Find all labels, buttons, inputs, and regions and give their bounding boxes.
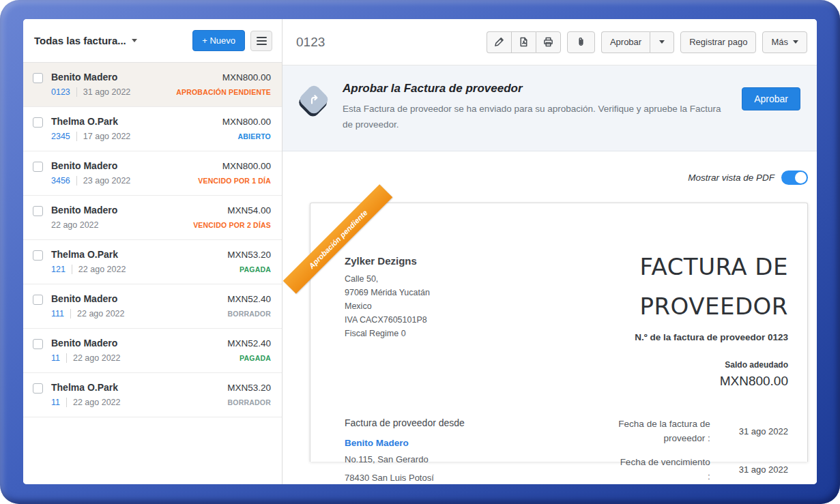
row-checkbox[interactable] bbox=[33, 206, 43, 216]
row-checkbox[interactable] bbox=[33, 117, 43, 128]
company-name: Zylker Dezigns bbox=[345, 255, 430, 267]
bill-amount: MXN53.20 bbox=[227, 383, 271, 393]
bill-date: 22 ago 2022 bbox=[73, 353, 121, 363]
bill-amount: MXN52.40 bbox=[227, 294, 271, 304]
status-badge: BORRADOR bbox=[228, 398, 271, 406]
status-badge: VENCIDO POR 2 DÍAS bbox=[193, 221, 271, 229]
paperclip-icon bbox=[576, 37, 586, 47]
new-bill-button[interactable]: + Nuevo bbox=[192, 30, 245, 51]
print-button[interactable] bbox=[536, 31, 561, 53]
bill-date: 31 ago 2022 bbox=[83, 87, 131, 97]
row-checkbox[interactable] bbox=[33, 383, 43, 394]
bill-number-link[interactable]: 0123 bbox=[51, 87, 77, 97]
bill-number-link[interactable]: 3456 bbox=[51, 176, 77, 186]
attachment-button[interactable] bbox=[567, 31, 595, 53]
balance-due-label: Saldo adeudado bbox=[635, 360, 788, 370]
bill-number-link[interactable]: 11 bbox=[51, 353, 67, 363]
bill-list: Benito MaderoMXN800.00 012331 ago 2022AP… bbox=[23, 63, 282, 484]
vendor-name: Thelma O.Park bbox=[51, 116, 118, 127]
chevron-down-icon bbox=[132, 39, 137, 42]
list-item[interactable]: Thelma O.ParkMXN800.00 234517 ago 2022AB… bbox=[23, 107, 282, 151]
status-badge: APROBACIÓN PENDIENTE bbox=[176, 88, 271, 96]
list-item[interactable]: Thelma O.ParkMXN53.20 12122 ago 2022PAGA… bbox=[23, 240, 282, 284]
row-checkbox[interactable] bbox=[33, 162, 43, 172]
document-title: FACTURA DE PROVEEDOR bbox=[635, 247, 788, 327]
vendor-name: Benito Madero bbox=[51, 338, 117, 349]
bill-date-value: 31 ago 2022 bbox=[739, 426, 788, 436]
bill-list-panel: Todas las factura... + Nuevo Benito Made… bbox=[23, 19, 283, 484]
pdf-view-toggle[interactable] bbox=[781, 171, 808, 185]
bill-number-link[interactable]: 2345 bbox=[51, 132, 77, 141]
banner-approve-button[interactable]: Aprobar bbox=[742, 87, 800, 110]
approve-split-button: Aprobar bbox=[601, 31, 674, 53]
due-date-value: 31 ago 2022 bbox=[739, 464, 788, 475]
bill-date: 22 ago 2022 bbox=[73, 398, 121, 407]
vendor-name-link[interactable]: Benito Madero bbox=[345, 438, 465, 448]
bill-title: 0123 bbox=[296, 35, 325, 50]
vendor-name: Benito Madero bbox=[51, 160, 117, 171]
list-item[interactable]: Benito MaderoMXN52.40 11122 ago 2022BORR… bbox=[23, 284, 282, 329]
bill-amount: MXN800.00 bbox=[222, 117, 271, 127]
approve-button[interactable]: Aprobar bbox=[601, 31, 650, 53]
list-header: Todas las factura... + Nuevo bbox=[23, 19, 282, 63]
bill-number-link[interactable]: 111 bbox=[51, 309, 71, 318]
edit-button[interactable] bbox=[487, 31, 511, 53]
bill-date: 23 ago 2022 bbox=[83, 176, 131, 186]
vendor-name: Benito Madero bbox=[51, 72, 117, 83]
due-date-label: Fecha de vencimiento : bbox=[616, 456, 710, 484]
detail-toolbar: Aprobar Registrar pago Más bbox=[487, 31, 807, 53]
banner-title: Aprobar la Factura de proveedor bbox=[343, 82, 729, 95]
row-checkbox[interactable] bbox=[33, 295, 43, 305]
approval-arrow-icon bbox=[298, 83, 330, 116]
bill-from-label: Factura de proveedor desde bbox=[345, 417, 465, 428]
status-badge: BORRADOR bbox=[228, 310, 271, 318]
bill-number-line: N.º de la factura de proveedor 0123 bbox=[635, 332, 788, 342]
bill-date: 22 ago 2022 bbox=[77, 309, 125, 318]
status-badge: VENCIDO POR 1 DÍA bbox=[198, 177, 271, 185]
app-window: Todas las factura... + Nuevo Benito Made… bbox=[23, 19, 817, 484]
document-heading: FACTURA DE PROVEEDOR N.º de la factura d… bbox=[635, 247, 788, 389]
list-item[interactable]: Benito MaderoMXN54.00 22 ago 2022VENCIDO… bbox=[23, 196, 282, 240]
register-payment-button[interactable]: Registrar pago bbox=[680, 31, 756, 53]
bill-amount: MXN52.40 bbox=[227, 338, 271, 349]
approval-banner: Aprobar la Factura de proveedor Esta Fac… bbox=[283, 65, 817, 151]
company-address-block: Zylker Dezigns Calle 50, 97069 Mérida Yu… bbox=[345, 255, 430, 389]
vendor-name: Benito Madero bbox=[51, 205, 117, 216]
status-badge: ABIERTO bbox=[238, 132, 271, 140]
pencil-icon bbox=[494, 37, 504, 47]
chevron-down-icon bbox=[793, 40, 798, 44]
bill-amount: MXN800.00 bbox=[222, 72, 271, 83]
bill-number-link[interactable]: 121 bbox=[51, 265, 72, 274]
window-frame: Todas las factura... + Nuevo Benito Made… bbox=[0, 0, 840, 504]
row-checkbox[interactable] bbox=[33, 73, 43, 83]
list-item[interactable]: Benito MaderoMXN800.00 012331 ago 2022AP… bbox=[23, 63, 282, 107]
status-badge: PAGADA bbox=[240, 265, 271, 273]
list-filter-label: Todas las factura... bbox=[34, 35, 126, 46]
pdf-toggle-label: Mostrar vista de PDF bbox=[688, 173, 774, 183]
bill-date: 22 ago 2022 bbox=[51, 220, 99, 230]
pdf-document: Aprobación pendiente Zylker Dezigns Call… bbox=[310, 203, 808, 462]
row-checkbox[interactable] bbox=[33, 250, 43, 261]
printer-icon bbox=[543, 37, 553, 47]
pdf-preview-area: Mostrar vista de PDF Aprobación pendient… bbox=[283, 151, 817, 484]
status-badge: PAGADA bbox=[240, 354, 271, 362]
chevron-down-icon bbox=[659, 40, 665, 44]
row-checkbox[interactable] bbox=[33, 339, 43, 349]
more-button[interactable]: Más bbox=[762, 31, 807, 53]
bill-date-label: Fecha de la factura de proveedor : bbox=[616, 417, 710, 446]
vendor-name: Thelma O.Park bbox=[51, 249, 118, 260]
list-menu-button[interactable] bbox=[250, 31, 272, 51]
list-item[interactable]: Thelma O.ParkMXN53.20 1122 ago 2022BORRA… bbox=[23, 373, 282, 417]
list-filter-dropdown[interactable]: Todas las factura... bbox=[34, 35, 137, 46]
approve-dropdown-button[interactable] bbox=[650, 31, 674, 53]
list-item[interactable]: Benito MaderoMXN800.00 345623 ago 2022VE… bbox=[23, 151, 282, 196]
bill-detail-panel: 0123 bbox=[283, 19, 817, 484]
list-item[interactable]: Benito MaderoMXN52.40 1122 ago 2022PAGAD… bbox=[23, 329, 282, 373]
vendor-name: Benito Madero bbox=[51, 293, 117, 304]
bill-number-link[interactable]: 11 bbox=[51, 398, 67, 407]
hamburger-icon bbox=[257, 37, 267, 38]
pdf-button[interactable] bbox=[511, 31, 536, 53]
bill-date: 17 ago 2022 bbox=[83, 132, 131, 141]
bill-amount: MXN54.00 bbox=[227, 205, 271, 216]
detail-header: 0123 bbox=[283, 19, 817, 65]
